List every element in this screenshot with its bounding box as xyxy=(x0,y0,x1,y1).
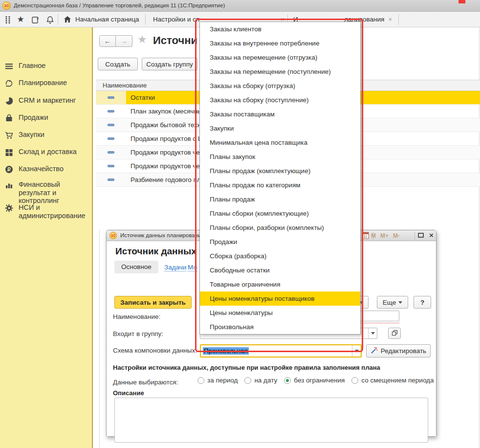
create-button[interactable]: Создать xyxy=(98,58,138,70)
dialog-tab-main[interactable]: Основное xyxy=(114,261,158,273)
dropdown-item[interactable]: Минимальная цена поставщика xyxy=(200,135,360,150)
dropdown-item[interactable]: Закупки xyxy=(200,121,360,135)
1c-dialog-icon: 1С xyxy=(109,232,117,239)
dropdown-item[interactable]: Заказы на сборку (поступление) xyxy=(200,93,360,107)
tab-close-icon[interactable]: × xyxy=(388,16,392,23)
radio-option-label: без ограничения xyxy=(294,377,345,384)
tab-home[interactable]: Начальная страница xyxy=(59,12,145,27)
favorite-star-icon[interactable]: ★ xyxy=(137,33,147,46)
save-and-close-button[interactable]: Записать и закрыть xyxy=(114,296,192,309)
dropdown-item[interactable]: Планы продаж по категориям xyxy=(200,178,360,192)
dropdown-item[interactable]: Заказы на сборку (отгрузка) xyxy=(200,79,360,93)
sidebar-item[interactable]: Главное xyxy=(0,62,91,70)
chevron-down-icon[interactable] xyxy=(368,328,377,338)
back-button[interactable]: ← xyxy=(99,35,116,47)
calendar-icon[interactable]: 31 xyxy=(362,232,370,240)
dropdown-item[interactable]: Заказы клиентов xyxy=(200,22,360,36)
dropdown-item[interactable]: Продажи xyxy=(200,235,360,249)
dropdown-item[interactable]: Сборка (разборка) xyxy=(200,249,360,263)
tab-home-label: Начальная страница xyxy=(75,16,139,23)
memory-button[interactable]: M xyxy=(371,232,376,239)
dropdown-item[interactable]: Планы сборки (комплектующие) xyxy=(200,206,360,221)
dropdown-item[interactable]: Заказы поставщикам xyxy=(200,107,360,121)
edit-schema-button[interactable]: Редактировать xyxy=(366,344,431,358)
dialog-title: Источник данных планировани xyxy=(120,232,201,238)
schema-selected-value: Произвольная xyxy=(203,347,249,355)
dropdown-item[interactable]: Планы закупок xyxy=(200,150,360,164)
close-icon[interactable]: × xyxy=(429,231,434,239)
purchases-cart-icon xyxy=(5,131,13,139)
app-window: 1С Демонстрационная база / Управление то… xyxy=(0,0,480,448)
sidebar-item[interactable]: НСИ и администрирование xyxy=(0,203,91,220)
sales-bag-icon xyxy=(5,114,13,122)
dropdown-item[interactable]: Товарные ограничения xyxy=(200,277,360,291)
radio-option[interactable]: на дату xyxy=(244,377,277,384)
red-annotation-fragment xyxy=(458,0,465,3)
forward-button[interactable]: → xyxy=(116,35,132,47)
edit-schema-label: Редактировать xyxy=(381,347,426,355)
dropdown-item[interactable]: Планы продаж xyxy=(200,192,360,206)
open-group-button[interactable] xyxy=(388,328,401,339)
memory-button[interactable]: M- xyxy=(393,232,400,239)
finance-bars-icon xyxy=(5,181,13,189)
create-group-button[interactable]: Создать группу xyxy=(142,58,197,70)
nav-buttons: ← → xyxy=(99,35,132,47)
tabbar-separator xyxy=(58,14,58,25)
titlebar-separator xyxy=(415,232,415,240)
chevron-down-icon[interactable] xyxy=(352,345,361,357)
dropdown-item[interactable]: Планы продаж (комплектующие) xyxy=(200,164,360,178)
schema-field-label: Схема компоновки данных: xyxy=(113,347,197,354)
radio-option-label: на дату xyxy=(254,377,277,384)
sidebar-item[interactable]: РКазначейство xyxy=(0,165,91,173)
dropdown-item[interactable]: Цены номенклатуры xyxy=(200,306,360,320)
list-element-icon xyxy=(96,91,126,104)
sidebar-item[interactable]: Финансовый результат и контроллинг xyxy=(0,180,91,205)
sidebar-item[interactable]: Продажи xyxy=(0,113,91,122)
service-menu-icon[interactable] xyxy=(3,15,13,24)
form-left-edge xyxy=(99,230,100,448)
dropdown-item[interactable]: Заказы на перемещение (поступление) xyxy=(200,65,360,79)
gear-icon xyxy=(5,204,13,212)
magic-wand-icon xyxy=(371,347,378,356)
favorites-star-icon[interactable]: ★ xyxy=(16,15,25,24)
dropdown-item[interactable]: Планы сборки, разборки (комплекты) xyxy=(200,221,360,235)
sidebar-item[interactable]: Склад и доставка xyxy=(0,148,91,156)
sidebar-item-label: Главное xyxy=(19,62,88,70)
dropdown-item[interactable]: Заказы на перемещение (отгрузка) xyxy=(200,50,360,65)
sidebar-item[interactable]: CRM и маркетинг xyxy=(0,96,91,105)
crm-pie-icon xyxy=(5,97,13,105)
maximize-icon[interactable] xyxy=(418,233,424,238)
sidebar-item-label: Казначейство xyxy=(19,165,88,173)
radio-selected-icon[interactable] xyxy=(284,377,291,384)
radio-option[interactable]: со смещением периода xyxy=(351,377,434,384)
description-textarea[interactable] xyxy=(114,398,428,443)
sidebar-item[interactable]: Закупки xyxy=(0,131,91,139)
memory-button[interactable]: M+ xyxy=(380,232,389,239)
sidebar-item[interactable]: Планирование xyxy=(0,79,91,87)
dropdown-item[interactable]: Цены номенклатуры поставщиков xyxy=(200,291,360,306)
data-select-label: Данные выбираются: xyxy=(113,379,178,386)
notifications-bell-icon[interactable] xyxy=(45,15,55,24)
schema-combo-input[interactable]: Произвольная xyxy=(200,344,362,358)
help-button[interactable]: ? xyxy=(414,296,431,309)
radio-icon[interactable] xyxy=(244,377,251,384)
tab-settings-label: Настройки и сп xyxy=(153,16,199,23)
dropdown-item[interactable]: Свободные остатки xyxy=(200,263,360,277)
svg-text:Р: Р xyxy=(7,167,11,172)
more-button[interactable]: Еще xyxy=(377,296,408,309)
radio-option[interactable]: без ограничения xyxy=(284,377,345,384)
dialog-tab-more[interactable]: Мо xyxy=(188,264,197,271)
list-element-icon xyxy=(96,105,126,118)
window-titlebar: 1С Демонстрационная база / Управление то… xyxy=(0,0,480,12)
sidebar-item-label: Закупки xyxy=(19,131,88,139)
page-title: Источни xyxy=(153,34,197,47)
tabbar-separator xyxy=(398,14,399,25)
list-element-icon xyxy=(96,118,126,132)
dropdown-item[interactable]: Произвольная xyxy=(200,320,360,334)
dialog-tab-tasks[interactable]: Задачи xyxy=(164,264,186,271)
radio-icon[interactable] xyxy=(197,377,204,384)
dropdown-item[interactable]: Заказы на внутреннее потребление xyxy=(200,36,360,50)
radio-option[interactable]: за период xyxy=(197,377,238,384)
radio-icon[interactable] xyxy=(351,377,358,384)
history-scroll-icon[interactable] xyxy=(30,15,40,24)
